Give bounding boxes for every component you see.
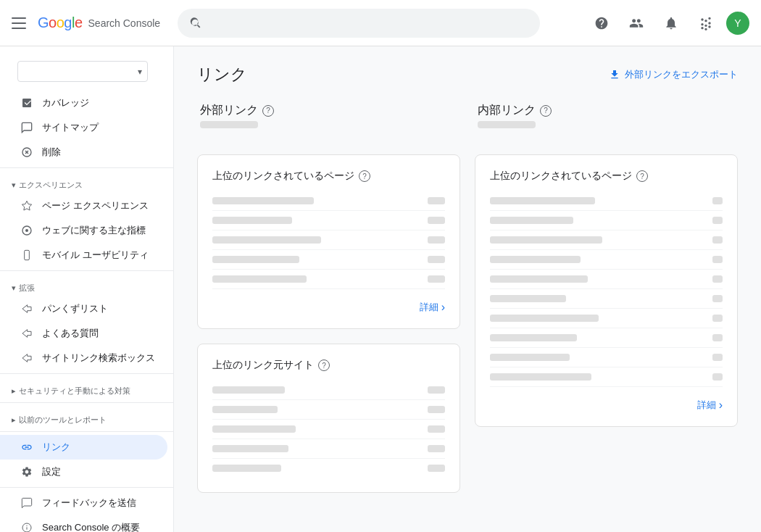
property-select[interactable] [17, 61, 148, 82]
breadcrumb-icon [20, 302, 33, 315]
sidebar-item-coverage[interactable]: カバレッジ [0, 91, 167, 115]
sidebar-item-web-vitals-label: ウェブに関する主な指標 [42, 224, 146, 237]
table-row [212, 230, 445, 250]
settings-icon [20, 465, 33, 478]
table-row [490, 348, 723, 367]
top-linked-external-help[interactable]: ? [359, 170, 370, 182]
section-security-label: セキュリティと手動による対策 [19, 386, 130, 396]
sidebar-item-removal[interactable]: 削除 [0, 140, 167, 165]
sidebar-divider-4 [0, 402, 173, 403]
section-security[interactable]: ▸ セキュリティと手動による対策 [0, 377, 173, 399]
card-footer-internal: 詳細 › [490, 390, 723, 412]
row-text [490, 236, 602, 244]
internal-links-header: 内部リンク ? [475, 103, 738, 140]
property-dropdown[interactable] [17, 61, 148, 82]
sidebar-item-breadcrumb[interactable]: パンくずリスト [0, 296, 167, 321]
row-num [712, 256, 723, 263]
help-button[interactable] [587, 9, 616, 38]
table-row [490, 328, 723, 348]
external-detail-link[interactable]: 詳細 › [420, 301, 445, 314]
row-text [490, 197, 595, 204]
product-name: Search Console [88, 17, 161, 29]
header: Google Search Console Y [0, 0, 761, 46]
removal-icon [20, 146, 33, 159]
section-experience-arrow: ▾ [12, 180, 16, 190]
sidebar-item-faq[interactable]: よくある質問 [0, 321, 167, 346]
sidebar-item-overview-label: Search Console の概要 [42, 521, 140, 532]
sidebar-divider-1 [0, 167, 173, 168]
internal-links-title: 内部リンク [478, 103, 536, 118]
external-links-subtitle [200, 121, 258, 128]
internal-links-help[interactable]: ? [540, 105, 552, 117]
row-num [428, 256, 445, 263]
svg-marker-6 [22, 305, 31, 313]
table-row [490, 250, 723, 270]
external-links-column: 外部リンク ? 上位のリンクされているページ ? [197, 103, 460, 493]
row-num [712, 334, 723, 341]
apps-button[interactable] [691, 9, 720, 38]
faq-icon [20, 327, 33, 340]
top-linking-sites-title-row: 上位のリンク元サイト ? [212, 359, 445, 372]
row-text [212, 425, 296, 433]
internal-detail-link[interactable]: 詳細 › [697, 399, 723, 412]
row-num [428, 465, 445, 472]
row-text [212, 256, 299, 263]
top-linking-sites-card: 上位のリンク元サイト ? [197, 344, 460, 493]
section-enhancements[interactable]: ▾ 拡張 [0, 274, 173, 296]
sidebar-item-page-experience[interactable]: ページ エクスペリエンス [0, 194, 167, 218]
accounts-button[interactable] [622, 9, 651, 38]
export-button[interactable]: 外部リンクをエクスポート [609, 68, 738, 81]
google-wordmark: Google [38, 14, 83, 31]
svg-rect-5 [25, 250, 30, 259]
table-row [490, 191, 723, 211]
top-linked-internal-title-row: 上位のリンクされているページ ? [490, 170, 723, 183]
top-linked-external-card: 上位のリンクされているページ ? 詳細 › [197, 154, 460, 329]
top-linked-internal-help[interactable]: ? [636, 170, 648, 182]
search-input[interactable] [208, 17, 528, 29]
sidebar-item-feedback[interactable]: フィードバックを送信 [0, 491, 167, 515]
internal-links-column: 内部リンク ? 上位のリンクされているページ ? [475, 103, 738, 493]
section-enhancements-arrow: ▾ [12, 283, 16, 293]
row-num [712, 217, 723, 224]
sidebar-item-sitelinks[interactable]: サイトリンク検索ボックス [0, 346, 167, 370]
page-experience-icon [20, 199, 33, 212]
sidebar-item-sitemap-label: サイトマップ [42, 121, 99, 134]
external-links-title: 外部リンク [200, 103, 258, 118]
main-content: リンク 外部リンクをエクスポート 外部リンク ? [174, 46, 761, 532]
top-linked-internal-header: 上位のリンクされているページ ? [490, 170, 723, 183]
sidebar-item-settings[interactable]: 設定 [0, 460, 167, 484]
sidebar-item-coverage-label: カバレッジ [42, 96, 89, 109]
row-text [490, 315, 599, 322]
sidebar-item-mobile[interactable]: モバイル ユーザビリティ [0, 243, 167, 267]
chevron-right-icon: › [441, 301, 445, 314]
top-linking-sites-help[interactable]: ? [318, 359, 330, 371]
external-links-help[interactable]: ? [262, 105, 274, 117]
row-num [428, 386, 445, 394]
hamburger-icon[interactable] [12, 14, 29, 32]
sidebar-item-sitemap[interactable]: サイトマップ [0, 115, 167, 140]
chevron-right-icon: › [719, 399, 723, 412]
internal-links-title-row: 内部リンク ? [478, 103, 735, 118]
avatar[interactable]: Y [726, 12, 749, 35]
row-text [490, 217, 573, 224]
logo: Google Search Console [38, 14, 160, 31]
sidebar-item-breadcrumb-label: パンくずリスト [42, 302, 108, 315]
export-icon [609, 69, 620, 80]
section-experience[interactable]: ▾ エクスペリエンス [0, 171, 173, 194]
table-row [490, 367, 723, 387]
row-num [428, 197, 445, 204]
table-row [212, 250, 445, 270]
row-text [212, 465, 281, 472]
sidebar-item-links[interactable]: リンク [0, 435, 167, 460]
notifications-button[interactable] [657, 9, 686, 38]
sidebar: カバレッジ サイトマップ 削除 ▾ エクスペリエンス ページ エクスペリエンス [0, 46, 174, 532]
sitemap-icon [20, 121, 33, 134]
sidebar-item-overview[interactable]: Search Console の概要 [0, 515, 167, 532]
section-legacy[interactable]: ▸ 以前のツールとレポート [0, 406, 173, 428]
sidebar-item-web-vitals[interactable]: ウェブに関する主な指標 [0, 218, 167, 243]
external-detail-label: 詳細 [420, 301, 438, 314]
row-num [712, 354, 723, 361]
search-bar[interactable] [178, 9, 540, 38]
table-row [490, 270, 723, 289]
layout: カバレッジ サイトマップ 削除 ▾ エクスペリエンス ページ エクスペリエンス [0, 46, 761, 532]
